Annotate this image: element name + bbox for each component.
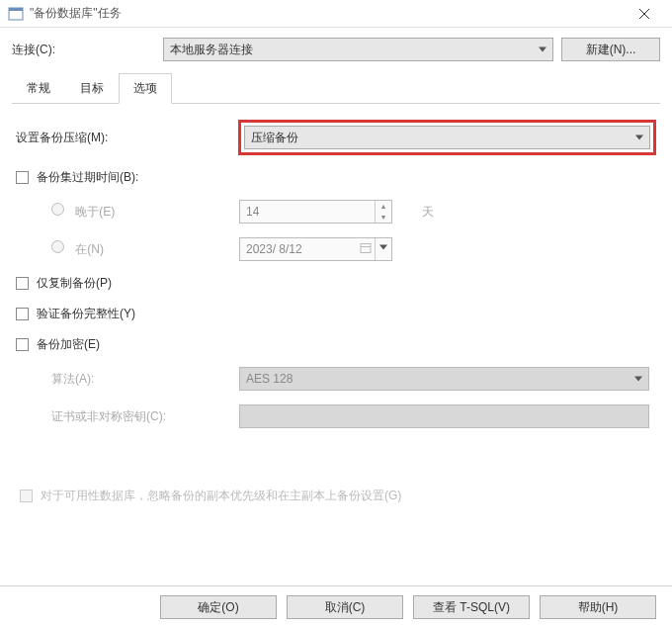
availability-checkbox (20, 490, 33, 502)
compression-label: 设置备份压缩(M): (16, 130, 241, 146)
algorithm-select: AES 128 (239, 367, 649, 391)
at-radio (51, 240, 64, 253)
at-label: 在(N) (75, 242, 104, 256)
close-button[interactable] (625, 2, 664, 26)
spinner-down-icon: ▼ (376, 212, 391, 223)
chevron-down-icon (539, 47, 546, 52)
new-connection-button[interactable]: 新建(N)... (561, 38, 660, 61)
connection-select[interactable]: 本地服务器连接 (163, 38, 553, 61)
availability-note: 对于可用性数据库，忽略备份的副本优先级和在主副本上备份设置(G) (41, 488, 401, 504)
cancel-button[interactable]: 取消(C) (287, 595, 403, 619)
cert-select (239, 404, 649, 428)
tab-options[interactable]: 选项 (119, 73, 172, 104)
dialog-footer: 确定(O) 取消(C) 查看 T-SQL(V) 帮助(H) (0, 585, 672, 627)
algorithm-value: AES 128 (246, 372, 293, 386)
highlight-frame: 压缩备份 (238, 120, 656, 155)
tab-general[interactable]: 常规 (12, 73, 65, 104)
calendar-icon (360, 242, 372, 257)
encrypt-label: 备份加密(E) (37, 336, 100, 353)
svg-rect-1 (9, 8, 23, 11)
view-tsql-button[interactable]: 查看 T-SQL(V) (413, 595, 530, 619)
tab-bar: 常规 目标 选项 (12, 73, 660, 104)
days-spinner: 14 ▲ ▼ (239, 200, 392, 224)
compression-value: 压缩备份 (251, 130, 298, 146)
connection-label: 连接(C): (12, 42, 155, 58)
chevron-down-icon (634, 377, 642, 382)
algorithm-label: 算法(A): (51, 371, 239, 388)
expire-checkbox[interactable] (16, 171, 29, 184)
date-picker: 2023/ 8/12 (239, 237, 392, 261)
title-bar: "备份数据库"任务 (0, 0, 672, 28)
date-value: 2023/ 8/12 (246, 242, 302, 256)
expire-label: 备份集过期时间(B): (37, 169, 138, 186)
later-than-radio (51, 203, 64, 216)
svg-rect-4 (361, 244, 371, 253)
encrypt-checkbox[interactable] (16, 338, 29, 351)
spinner-up-icon: ▲ (376, 201, 391, 212)
spinner-buttons: ▲ ▼ (375, 201, 391, 223)
tab-target[interactable]: 目标 (65, 73, 119, 104)
cert-label: 证书或非对称密钥(C): (51, 408, 239, 425)
copy-only-checkbox[interactable] (16, 277, 29, 290)
copy-only-label: 仅复制备份(P) (37, 275, 112, 292)
verify-checkbox[interactable] (16, 308, 29, 320)
days-value: 14 (246, 205, 259, 219)
chevron-down-icon (379, 244, 387, 249)
verify-label: 验证备份完整性(Y) (37, 306, 135, 322)
date-dropdown-button (375, 238, 391, 260)
days-unit: 天 (422, 204, 434, 221)
app-icon (8, 6, 24, 22)
help-button[interactable]: 帮助(H) (540, 595, 656, 619)
ok-button[interactable]: 确定(O) (160, 595, 277, 619)
compression-select[interactable]: 压缩备份 (244, 126, 650, 149)
chevron-down-icon (635, 135, 643, 140)
window-title: "备份数据库"任务 (30, 5, 625, 22)
connection-value: 本地服务器连接 (170, 42, 253, 58)
later-than-label: 晚于(E) (75, 205, 115, 219)
